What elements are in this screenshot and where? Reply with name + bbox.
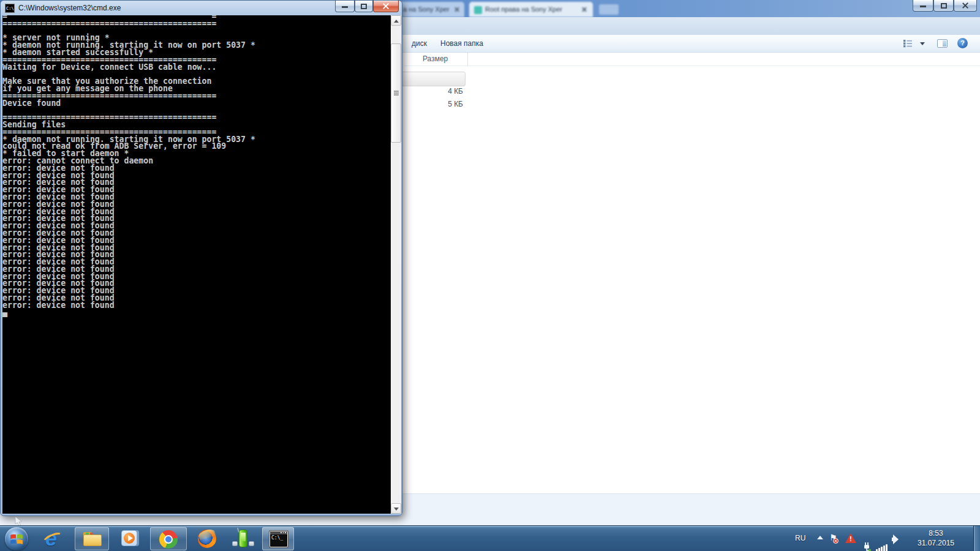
minimize-icon [342, 6, 348, 8]
show-desktop-button[interactable] [973, 526, 980, 551]
scrollbar-thumb[interactable] [391, 43, 401, 143]
cmd-window-icon: C:\ [5, 4, 15, 13]
tab-close-icon[interactable] [581, 7, 587, 12]
language-indicator[interactable]: RU [795, 534, 805, 551]
cmd-titlebar[interactable]: C:\ C:\Windows\system32\cmd.exe [1, 1, 402, 15]
tab-close-icon[interactable] [454, 7, 459, 12]
phone-side-icon [249, 541, 254, 546]
folder-icon [83, 532, 102, 546]
scroll-down-button[interactable] [391, 503, 401, 514]
close-button[interactable] [954, 0, 977, 12]
close-button[interactable] [373, 1, 399, 12]
browser-tab-1[interactable]: а на Sony Xper [399, 2, 464, 17]
cmd-icon: C:\_ [270, 531, 288, 547]
cmd-window: C:\ C:\Windows\system32\cmd.exe = = ====… [0, 0, 402, 516]
cmd-icon-label: C:\_ [271, 535, 283, 541]
preview-pane-icon[interactable] [937, 39, 948, 48]
network-signal-icon[interactable] [876, 534, 889, 551]
close-icon [962, 2, 968, 9]
speaker-cone [893, 534, 899, 544]
safely-remove-hardware-icon[interactable] [861, 533, 872, 551]
taskbar-firefox-button[interactable] [197, 530, 217, 548]
column-separator[interactable] [467, 53, 468, 66]
file-size-cell[interactable]: 5 КБ [404, 100, 463, 108]
scroll-up-button[interactable] [391, 15, 401, 26]
scroll-up-icon [394, 20, 399, 23]
cmd-window-title: C:\Windows\system32\cmd.exe [18, 4, 121, 12]
action-center-error-badge [833, 538, 839, 544]
console-output[interactable]: = = ====================================… [2, 15, 391, 514]
taskbar-chrome-button[interactable] [150, 527, 187, 550]
windows-logo-icon [10, 533, 23, 545]
taskbar-internet-explorer-icon[interactable]: e [43, 530, 65, 549]
maximize-icon [361, 4, 367, 9]
system-tray: RU ⚑ ! 8:53 31.07.2015 [795, 526, 973, 551]
tray-overflow-icon[interactable] [817, 536, 823, 539]
preview-pane-fill [943, 40, 946, 47]
maximize-icon [941, 3, 947, 9]
taskbar-cmd-button[interactable]: C:\_ [262, 527, 294, 550]
taskbar-flashtool-button[interactable] [232, 529, 255, 549]
console-text: = = ====================================… [2, 15, 391, 316]
change-view-icon[interactable] [903, 39, 913, 48]
minimize-button[interactable] [913, 0, 933, 12]
clock[interactable]: 8:53 31.07.2015 [908, 526, 964, 551]
toolbar-new-folder-button[interactable]: Новая папка [440, 39, 483, 48]
toolbar-burn-disk-button[interactable]: диск [412, 39, 427, 48]
warning-glyph: ! [850, 535, 852, 542]
warning-icon[interactable]: ! [845, 533, 856, 543]
minimize-button[interactable] [335, 1, 355, 12]
tray-date: 31.07.2015 [908, 539, 964, 547]
tab-favicon-icon [474, 6, 482, 14]
chrome-icon [159, 530, 178, 549]
close-icon [383, 3, 389, 9]
help-icon[interactable]: ? [957, 38, 968, 48]
phone-side-icon [232, 541, 238, 546]
maximize-button[interactable] [355, 1, 373, 12]
wmp-play-icon [128, 535, 133, 541]
taskbar-media-player-button[interactable] [119, 530, 140, 548]
tray-time: 8:53 [908, 529, 964, 538]
minimize-icon [920, 6, 926, 7]
column-header-size[interactable]: Размер [423, 54, 448, 63]
start-button[interactable] [5, 527, 28, 550]
phone-screen-icon [241, 533, 246, 541]
browser-tab-2-label: Root права на Sony Xper [469, 2, 593, 13]
maximize-button[interactable] [933, 0, 954, 12]
file-size-cell[interactable]: 4 КБ [404, 87, 463, 96]
scrollbar-grip [394, 91, 399, 92]
taskbar: e C:\_ RU ⚑ ! [0, 525, 980, 551]
change-view-dropdown-icon[interactable] [920, 42, 925, 45]
new-tab-button[interactable] [599, 4, 619, 15]
column-header-row: Размер [404, 53, 980, 66]
browser-tab-2[interactable]: Root права на Sony Xper [469, 2, 593, 17]
taskbar-explorer-button[interactable] [75, 527, 109, 550]
console-scrollbar[interactable] [391, 15, 401, 514]
scroll-down-icon [394, 508, 399, 511]
